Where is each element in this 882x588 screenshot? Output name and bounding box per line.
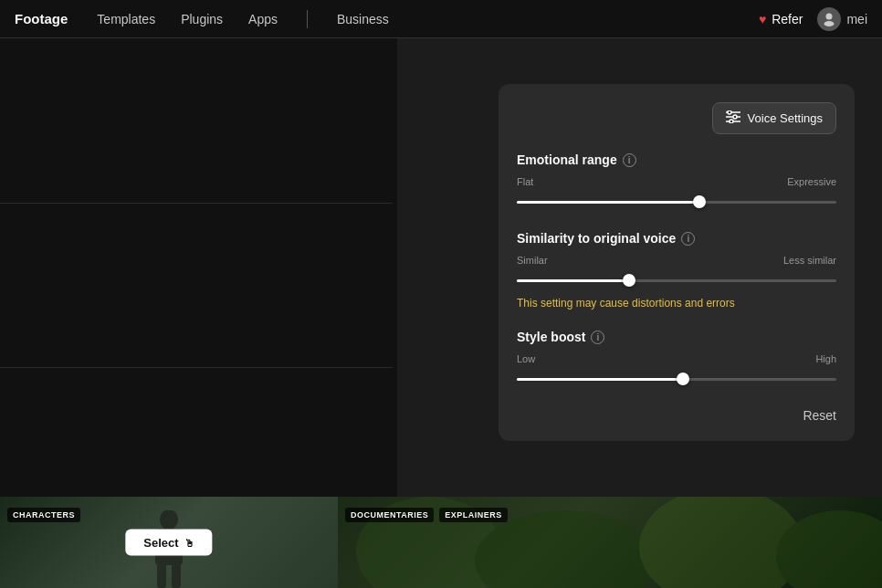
select-button[interactable]: Select 🖱	[125, 530, 212, 556]
style-boost-section: Style boost i Low High	[517, 330, 836, 388]
style-boost-thumb[interactable]	[677, 373, 689, 385]
emotional-range-label-right: Expressive	[787, 176, 836, 187]
voice-settings-label: Voice Settings	[748, 111, 823, 125]
emotional-range-slider[interactable]	[517, 193, 836, 211]
badge-explainers: EXPLAINERS	[439, 508, 508, 522]
style-boost-labels: Low High	[517, 353, 836, 364]
style-boost-track	[517, 378, 836, 381]
similarity-warning: This setting may cause distortions and e…	[517, 297, 836, 310]
nav-items: Templates Plugins Apps Business	[97, 8, 759, 30]
emotional-range-labels: Flat Expressive	[517, 176, 836, 187]
h-divider-2	[0, 367, 393, 368]
thumbnail-right: DOCUMENTARIES EXPLAINERS	[338, 497, 882, 588]
similarity-info-icon[interactable]: i	[681, 232, 695, 246]
nav-item-templates[interactable]: Templates	[97, 8, 155, 30]
nav-item-plugins[interactable]: Plugins	[181, 8, 223, 30]
sliders-icon	[726, 110, 740, 126]
style-boost-label-right: High	[815, 353, 836, 364]
style-boost-slider[interactable]	[517, 370, 836, 388]
svg-point-5	[733, 115, 737, 119]
emotional-range-section: Emotional range i Flat Expressive	[517, 152, 836, 211]
main-area: Voice Settings Emotional range i Flat Ex…	[0, 38, 882, 588]
badge-documentaries: DOCUMENTARIES	[345, 508, 434, 522]
svg-rect-13	[172, 563, 181, 588]
similarity-labels: Similar Less similar	[517, 255, 836, 266]
svg-point-7	[730, 120, 733, 123]
similarity-title: Similarity to original voice i	[517, 231, 836, 246]
emotional-range-track	[517, 201, 836, 204]
nav-separator	[307, 10, 308, 28]
style-boost-info-icon[interactable]: i	[591, 331, 604, 344]
similarity-label-left: Similar	[517, 255, 548, 266]
svg-rect-12	[157, 563, 166, 588]
user-label: mei	[846, 12, 867, 26]
user-button[interactable]: mei	[817, 7, 867, 31]
style-boost-fill	[517, 378, 683, 381]
similarity-slider[interactable]	[517, 271, 836, 289]
emotional-range-title: Emotional range i	[517, 152, 836, 167]
svg-point-3	[728, 110, 731, 114]
nav-item-business[interactable]: Business	[337, 8, 389, 30]
thumbnail-left: CHARACTERS Select 🖱	[0, 497, 338, 588]
navbar: Footage Templates Plugins Apps Business …	[0, 0, 882, 38]
heart-icon: ♥	[759, 12, 766, 26]
svg-point-0	[826, 13, 833, 19]
nav-right: ♥ Refer mei	[759, 7, 867, 31]
refer-button[interactable]: ♥ Refer	[759, 12, 803, 26]
style-boost-label-left: Low	[517, 353, 535, 364]
refer-label: Refer	[772, 12, 803, 26]
voice-settings-button[interactable]: Voice Settings	[712, 102, 836, 134]
thumb-badges-right: DOCUMENTARIES EXPLAINERS	[345, 508, 508, 522]
emotional-range-info-icon[interactable]: i	[623, 153, 636, 167]
voice-settings-header: Voice Settings	[517, 102, 836, 134]
emotional-range-label-left: Flat	[517, 176, 533, 187]
svg-point-16	[639, 497, 803, 588]
emotional-range-fill	[517, 201, 699, 204]
emotional-range-thumb[interactable]	[693, 195, 706, 208]
nav-item-apps[interactable]: Apps	[248, 8, 278, 30]
cursor-icon: 🖱	[184, 537, 194, 548]
select-label: Select	[143, 536, 178, 550]
bottom-thumbnails: CHARACTERS Select 🖱 DOCUMENTARIES EXPLAI…	[0, 497, 882, 588]
similarity-thumb[interactable]	[623, 274, 635, 287]
similarity-section: Similarity to original voice i Similar L…	[517, 231, 836, 310]
similarity-label-right: Less similar	[783, 255, 836, 266]
style-boost-title: Style boost i	[517, 330, 836, 344]
voice-settings-panel: Voice Settings Emotional range i Flat Ex…	[499, 84, 855, 441]
user-avatar	[817, 7, 841, 31]
svg-point-8	[160, 510, 178, 530]
reset-section: Reset	[517, 408, 836, 423]
similarity-fill	[517, 279, 629, 282]
svg-point-1	[824, 21, 835, 26]
similarity-track	[517, 279, 836, 282]
nav-logo[interactable]: Footage	[15, 11, 68, 26]
h-divider-1	[0, 203, 393, 204]
badge-characters: CHARACTERS	[7, 508, 80, 522]
reset-button[interactable]: Reset	[803, 408, 836, 423]
